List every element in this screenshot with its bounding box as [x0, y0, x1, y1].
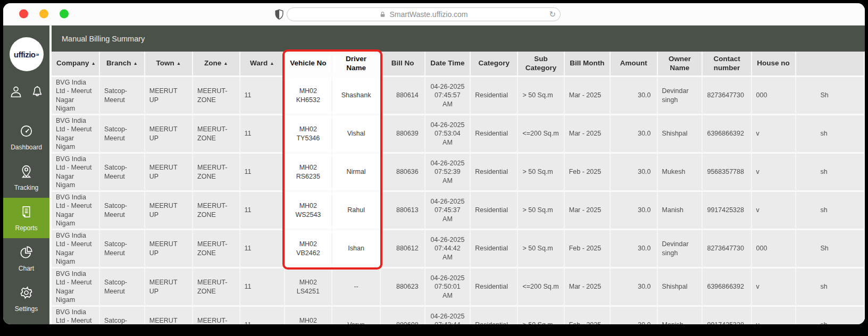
table-cell: --: [332, 268, 381, 307]
table-cell: v: [752, 115, 796, 154]
sidebar-item-reports[interactable]: Reports: [3, 198, 49, 238]
gear-icon: [19, 285, 34, 302]
table-cell: Devindar singh: [658, 230, 703, 268]
table-cell: Feb - 2025: [565, 154, 611, 192]
table-cell: 880614: [381, 77, 425, 115]
table-cell: BVG India Ltd - Meerut Nagar Nigam: [52, 115, 100, 154]
table-cell: MH02 RS6235: [285, 154, 332, 192]
table-cell: Feb - 2025: [565, 307, 611, 324]
table-cell: 04-26-2025 07:52:39 AM: [425, 154, 471, 192]
table-cell: Satcop-Meerut: [100, 192, 145, 230]
sidebar-item-chart[interactable]: Chart: [3, 238, 49, 279]
table-cell: 9568357788: [703, 154, 752, 192]
table-cell: 04-26-2025 07:43:44 AM: [425, 307, 471, 324]
table-cell: <=200 Sq.m: [518, 268, 564, 307]
table-cell: Mar - 2025: [565, 115, 611, 154]
table-cell: MEERUT UP: [145, 268, 193, 307]
table-cell: 30.0: [611, 154, 658, 192]
column-header-sub-category: Sub Category: [518, 52, 564, 77]
table-cell: 8273647730: [703, 77, 752, 115]
sidebar: uffizio» DashboardTrackingRe: [3, 26, 49, 324]
sidebar-item-settings[interactable]: Settings: [3, 279, 49, 319]
table-row: BVG India Ltd - Meerut Nagar NigamSatcop…: [52, 192, 865, 230]
table-cell: 9917425328: [703, 307, 752, 324]
table-row: BVG India Ltd - Meerut Nagar NigamSatcop…: [52, 230, 865, 268]
table-cell: Shishpal: [658, 268, 703, 307]
map-pin-icon: [19, 164, 34, 181]
sidebar-item-label: Dashboard: [11, 144, 42, 151]
table-cell: > 50 Sq.m: [518, 77, 564, 115]
table-cell: MEERUT-ZONE: [193, 268, 240, 307]
table-cell: Devindar singh: [658, 77, 703, 115]
table-row: BVG India Ltd - Meerut Nagar NigamSatcop…: [52, 154, 865, 192]
table-cell: Residential: [471, 154, 518, 192]
table-cell: 8273647730: [703, 230, 752, 268]
maximize-window-button[interactable]: [60, 10, 69, 19]
table-cell: sh: [796, 154, 865, 192]
sidebar-item-tracking[interactable]: Tracking: [3, 157, 49, 198]
column-header-date-time: Date Time: [425, 52, 471, 77]
table-cell: 6396866392: [703, 268, 752, 307]
table-cell: MEERUT-ZONE: [193, 77, 240, 115]
table-cell: Residential: [471, 77, 518, 115]
table-cell: 11: [240, 154, 285, 192]
table-cell: <=200 Sq.m: [518, 115, 564, 154]
column-header-town[interactable]: Town▲: [145, 52, 193, 77]
table-cell: Varun: [332, 307, 381, 324]
table-cell: 11: [240, 115, 285, 154]
table-cell: Residential: [471, 115, 518, 154]
table-row: BVG India Ltd - Meerut Nagar NigamSatcop…: [52, 77, 865, 115]
sidebar-item-label: Reports: [15, 224, 37, 232]
table-cell: sh: [796, 115, 865, 154]
table-cell: 11: [240, 230, 285, 268]
column-header-zone[interactable]: Zone▲: [193, 52, 240, 77]
table-cell: 11: [240, 77, 285, 115]
column-header-branch[interactable]: Branch▲: [100, 52, 145, 77]
notification-bell-icon[interactable]: [30, 85, 44, 101]
table-cell: Shashank: [332, 77, 381, 115]
table-cell: sh: [796, 192, 865, 230]
table-cell: Mukesh: [658, 154, 703, 192]
table-cell: 11: [240, 268, 285, 307]
logo-arrow: »: [36, 51, 39, 57]
column-header-amount: Amount: [611, 52, 658, 77]
table-cell: Vishal: [332, 115, 381, 154]
table-cell: MH02 WS2543: [285, 192, 332, 230]
table-cell: sh: [796, 307, 865, 324]
sort-asc-icon: ▲: [177, 61, 181, 66]
table-cell: MEERUT-ZONE: [193, 154, 240, 192]
shield-icon[interactable]: [273, 9, 285, 20]
table-cell: Nirmal: [332, 154, 381, 192]
sidebar-item-dashboard[interactable]: Dashboard: [3, 117, 49, 157]
report-icon: [19, 205, 34, 221]
table-cell: > 50 Sq.m: [518, 230, 564, 268]
sort-asc-icon: ▲: [91, 61, 96, 66]
table-cell: 11: [240, 307, 285, 324]
table-cell: sh: [796, 268, 865, 307]
column-header-driver-name: Driver Name: [332, 52, 381, 77]
user-icon[interactable]: [9, 85, 23, 101]
close-window-button[interactable]: [19, 10, 28, 19]
column-header-ward[interactable]: Ward▲: [240, 52, 285, 77]
table-cell: MEERUT UP: [145, 307, 193, 324]
table-cell: 04-26-2025 07:53:04 AM: [425, 115, 471, 154]
table-cell: Satcop-Meerut: [100, 268, 145, 307]
table-cell: v: [752, 268, 796, 307]
billing-table-container: Company▲Branch▲Town▲Zone▲Ward▲Vehicle No…: [52, 52, 865, 324]
column-header-owner-name: Owner Name: [658, 52, 703, 77]
column-header-company[interactable]: Company▲: [52, 52, 100, 77]
table-cell: Shishpal: [658, 115, 703, 154]
table-cell: MEERUT UP: [145, 77, 193, 115]
url-bar[interactable]: SmartWaste.uffizio.com ↻: [287, 7, 561, 21]
table-cell: Ishan: [332, 230, 381, 268]
table-cell: MEERUT UP: [145, 230, 193, 268]
table-cell: 880636: [381, 154, 425, 192]
table-cell: 30.0: [611, 307, 658, 324]
table-cell: Manish: [658, 192, 703, 230]
table-cell: 04-26-2025 07:45:57 AM: [425, 77, 471, 115]
sidebar-item-label: Chart: [19, 265, 34, 272]
reload-icon[interactable]: ↻: [549, 10, 556, 19]
table-cell: BVG India Ltd - Meerut Nagar Nigam: [52, 230, 100, 268]
table-cell: > 50 Sq.m: [518, 192, 564, 230]
minimize-window-button[interactable]: [39, 10, 48, 19]
